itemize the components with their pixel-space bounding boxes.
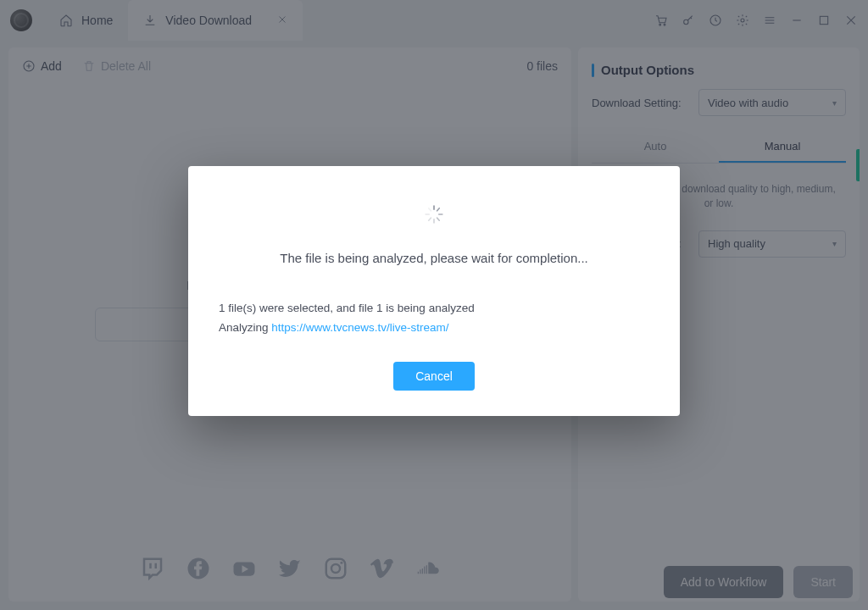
modal-selected-line: 1 file(s) were selected, and file 1 is b… bbox=[219, 299, 649, 319]
analyzing-modal: The file is being analyzed, please wait … bbox=[188, 166, 680, 416]
svg-line-13 bbox=[437, 208, 440, 211]
modal-analyzing-prefix: Analyzing bbox=[219, 321, 271, 334]
modal-detail: 1 file(s) were selected, and file 1 is b… bbox=[219, 299, 649, 338]
app-window: Home Video Download bbox=[0, 0, 868, 610]
svg-line-15 bbox=[437, 218, 440, 220]
svg-line-17 bbox=[429, 218, 431, 220]
spinner-icon bbox=[423, 203, 445, 225]
modal-analyzing-url[interactable]: https://www.tvcnews.tv/live-stream/ bbox=[271, 321, 448, 334]
svg-line-19 bbox=[429, 208, 431, 211]
modal-message: The file is being analyzed, please wait … bbox=[280, 251, 588, 265]
cancel-button[interactable]: Cancel bbox=[393, 362, 475, 391]
